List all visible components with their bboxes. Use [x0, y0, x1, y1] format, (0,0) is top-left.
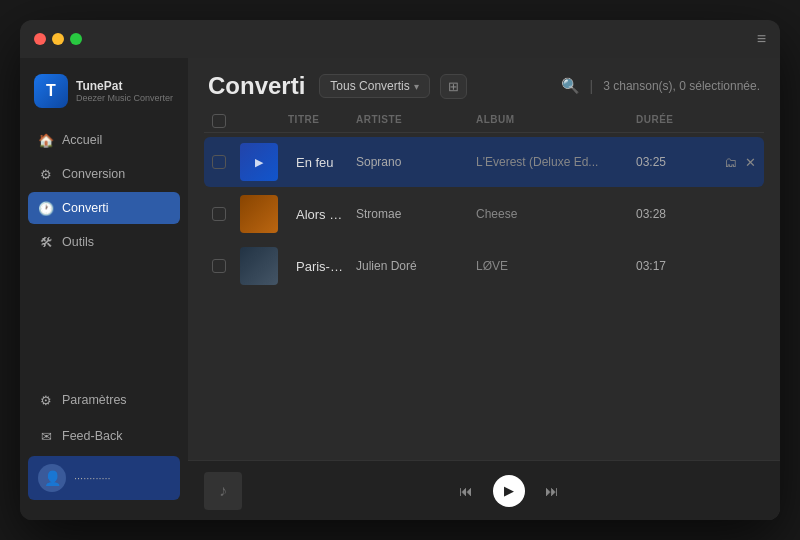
player-art: ♪ [204, 472, 242, 510]
select-all-checkbox[interactable] [212, 114, 226, 128]
grid-view-icon[interactable]: ⊞ [440, 74, 467, 99]
artist-header: ARTISTE [356, 114, 476, 128]
check-header [212, 114, 240, 128]
table-row[interactable]: ▶ En feu Soprano L'Everest (Deluxe Ed...… [204, 137, 764, 187]
sidebar-item-converti[interactable]: 🕐 Converti [28, 192, 180, 224]
divider: | [590, 78, 594, 94]
search-icon[interactable]: 🔍 [561, 77, 580, 95]
track-art [240, 247, 278, 285]
status-count: 3 chanson(s), 0 sélectionnée. [603, 79, 760, 93]
track-duration: 03:28 [636, 207, 716, 221]
folder-icon[interactable]: 🗂 [724, 155, 737, 170]
content-header: Converti Tous Convertis ▾ ⊞ 🔍 | 3 chanso… [188, 58, 780, 110]
page-title: Converti [208, 72, 305, 100]
remove-icon[interactable]: ✕ [745, 155, 756, 170]
track-title: Paris-Seychelles [288, 259, 356, 274]
track-art [240, 195, 278, 233]
table-header: TITRE ARTISTE ALBUM DURÉE [204, 110, 764, 133]
sidebar-user[interactable]: 👤 ············ [28, 456, 180, 500]
main-layout: T TunePat Deezer Music Converter 🏠 Accue… [20, 58, 780, 520]
play-icon: ▶ [255, 156, 263, 169]
prev-button[interactable]: ⏮ [459, 483, 473, 499]
title-header: TITRE [288, 114, 356, 128]
next-button[interactable]: ⏭ [545, 483, 559, 499]
sidebar-nav: 🏠 Accueil ⚙ Conversion 🕐 Converti 🛠 Outi… [20, 124, 188, 376]
logo-subtitle: Deezer Music Converter [76, 93, 174, 103]
home-icon: 🏠 [38, 132, 54, 148]
logo-text: TunePat Deezer Music Converter [76, 79, 174, 103]
duration-header: DURÉE [636, 114, 716, 128]
chevron-down-icon: ▾ [414, 81, 419, 92]
user-name: ············ [74, 472, 111, 484]
row-checkbox[interactable] [212, 155, 226, 169]
traffic-lights [34, 33, 82, 45]
filter-label: Tous Convertis [330, 79, 409, 93]
window-menu-icon[interactable]: ≡ [757, 30, 766, 48]
track-duration: 03:25 [636, 155, 716, 169]
sidebar-item-outils[interactable]: 🛠 Outils [28, 226, 180, 258]
play-icon: ▶ [504, 483, 514, 498]
album-header: ALBUM [476, 114, 636, 128]
track-album: Cheese [476, 207, 636, 221]
player-controls: ⏮ ▶ ⏭ [254, 475, 764, 507]
track-artist: Soprano [356, 155, 476, 169]
user-avatar: 👤 [38, 464, 66, 492]
track-art: ▶ [240, 143, 278, 181]
table-row[interactable]: Paris-Seychelles Julien Doré LØVE 03:17 [204, 241, 764, 291]
sidebar-bottom: ⚙ Paramètres ✉ Feed-Back 👤 ············ [20, 376, 188, 508]
converti-icon: 🕐 [38, 200, 54, 216]
sidebar: T TunePat Deezer Music Converter 🏠 Accue… [20, 58, 188, 520]
app-logo-icon: T [34, 74, 68, 108]
main-content: Converti Tous Convertis ▾ ⊞ 🔍 | 3 chanso… [188, 58, 780, 520]
row-checkbox-container [212, 155, 240, 169]
sidebar-item-label: Converti [62, 201, 109, 215]
close-button[interactable] [34, 33, 46, 45]
app-window: ≡ T TunePat Deezer Music Converter 🏠 Acc… [20, 20, 780, 520]
track-title: En feu [288, 155, 356, 170]
row-checkbox-container [212, 259, 240, 273]
track-artist: Julien Doré [356, 259, 476, 273]
title-bar: ≡ [20, 20, 780, 58]
logo-title: TunePat [76, 79, 174, 93]
settings-icon: ⚙ [38, 392, 54, 408]
row-checkbox-container [212, 207, 240, 221]
conversion-icon: ⚙ [38, 166, 54, 182]
track-title: Alors on danse (Radio Edit) [288, 207, 356, 222]
filter-dropdown[interactable]: Tous Convertis ▾ [319, 74, 429, 98]
row-checkbox[interactable] [212, 259, 226, 273]
sidebar-item-feedback[interactable]: ✉ Feed-Back [28, 420, 180, 452]
track-table: TITRE ARTISTE ALBUM DURÉE ▶ En feu Sopra… [188, 110, 780, 460]
actions-header [716, 114, 756, 128]
sidebar-item-label: Conversion [62, 167, 125, 181]
feedback-icon: ✉ [38, 428, 54, 444]
sidebar-item-label: Accueil [62, 133, 102, 147]
art-header [240, 114, 288, 128]
track-album: L'Everest (Deluxe Ed... [476, 155, 636, 169]
track-duration: 03:17 [636, 259, 716, 273]
track-artist: Stromae [356, 207, 476, 221]
sidebar-item-label: Paramètres [62, 393, 127, 407]
sidebar-item-label: Outils [62, 235, 94, 249]
sidebar-item-parametres[interactable]: ⚙ Paramètres [28, 384, 180, 416]
maximize-button[interactable] [70, 33, 82, 45]
music-icon: ♪ [219, 482, 227, 500]
sidebar-item-accueil[interactable]: 🏠 Accueil [28, 124, 180, 156]
sidebar-item-label: Feed-Back [62, 429, 122, 443]
play-pause-button[interactable]: ▶ [493, 475, 525, 507]
player-bar: ♪ ⏮ ▶ ⏭ [188, 460, 780, 520]
row-actions: 🗂 ✕ [716, 155, 756, 170]
sidebar-logo: T TunePat Deezer Music Converter [20, 70, 188, 124]
tools-icon: 🛠 [38, 234, 54, 250]
sidebar-item-conversion[interactable]: ⚙ Conversion [28, 158, 180, 190]
row-checkbox[interactable] [212, 207, 226, 221]
minimize-button[interactable] [52, 33, 64, 45]
track-album: LØVE [476, 259, 636, 273]
table-row[interactable]: Alors on danse (Radio Edit) Stromae Chee… [204, 189, 764, 239]
